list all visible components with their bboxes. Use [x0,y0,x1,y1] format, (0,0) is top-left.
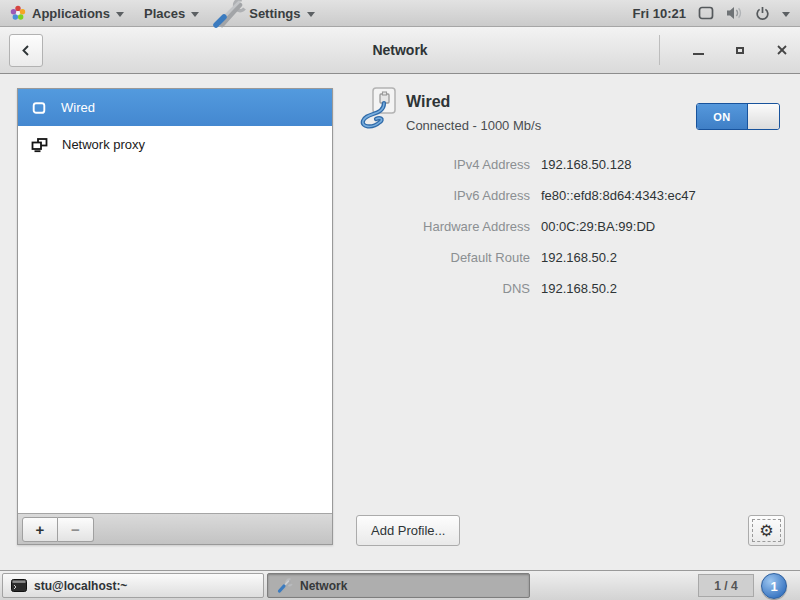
sidebar-toolbar: + − [18,513,332,544]
detail-value: 192.168.50.2 [541,242,696,273]
detail-label: Hardware Address [380,211,530,242]
notification-badge[interactable]: 1 [761,573,787,599]
detail-value: 192.168.50.2 [541,273,696,304]
system-status-area: Fri 10:21 [633,6,800,21]
chevron-down-icon [307,12,315,17]
maximize-icon [736,47,744,54]
device-detail-pane: Wired Connected - 1000 Mb/s ON IPv4 Addr… [350,74,800,570]
remove-connection-button[interactable]: − [58,517,94,542]
workspace-pager[interactable]: 1 / 4 [698,574,754,597]
settings-menu-label: Settings [249,6,300,21]
screen-icon[interactable] [698,6,714,20]
applications-pinwheel-icon [10,5,26,21]
detail-value: 192.168.50.128 [541,149,696,180]
detail-value: 00:0C:29:BA:99:DD [541,211,696,242]
sidebar-item-label: Network proxy [62,137,145,152]
device-name: Wired [406,93,450,111]
minimize-icon [693,53,704,55]
close-icon [776,44,788,56]
clock[interactable]: Fri 10:21 [633,6,686,21]
device-sidebar: Wired Network proxy + − [17,88,333,545]
terminal-icon [11,579,27,592]
taskbar-window-network[interactable]: Network [267,573,530,598]
gear-icon: ⚙ [752,519,781,542]
taskbar-window-label: stu@localhost:~ [34,579,127,593]
device-list: Wired Network proxy [18,89,332,513]
sidebar-item-network-proxy[interactable]: Network proxy [18,126,332,163]
connection-details: IPv4 Address 192.168.50.128 IPv6 Address… [380,149,696,304]
maximize-button[interactable] [732,42,748,58]
wired-network-icon [31,100,47,116]
sidebar-item-label: Wired [61,100,95,115]
places-menu[interactable]: Places [134,0,209,26]
desktop: Applications Places Settings Fri 10:21 [0,0,800,600]
controls-divider [659,35,660,65]
taskbar-window-label: Network [300,579,347,593]
detail-label: IPv6 Address [380,180,530,211]
chevron-down-icon[interactable] [782,12,790,17]
settings-menu[interactable]: Settings [209,0,324,26]
add-profile-button[interactable]: Add Profile... [356,515,460,546]
network-on-off-toggle[interactable]: ON [696,103,780,130]
toggle-handle[interactable] [747,104,779,129]
crossed-tools-icon [211,0,249,31]
detail-label: IPv4 Address [380,149,530,180]
window-list-taskbar: stu@localhost:~ Network 1 / 4 1 [0,570,800,600]
window-titlebar: Network [0,27,800,74]
window-controls [659,27,790,73]
detail-label: Default Route [380,242,530,273]
ethernet-cable-icon [356,86,402,138]
chevron-down-icon [116,12,124,17]
applications-menu[interactable]: Applications [0,0,134,26]
power-icon[interactable] [755,6,770,21]
taskbar-window-terminal[interactable]: stu@localhost:~ [2,573,264,598]
chevron-down-icon [191,12,199,17]
crossed-tools-icon [276,578,293,594]
top-panel: Applications Places Settings Fri 10:21 [0,0,800,27]
toggle-on-label: ON [697,104,747,129]
chevron-left-icon [20,44,32,57]
places-menu-label: Places [144,6,185,21]
detail-label: DNS [380,273,530,304]
close-button[interactable] [774,42,790,58]
detail-value: fe80::efd8:8d64:4343:ec47 [541,180,696,211]
add-connection-button[interactable]: + [22,517,58,542]
sidebar-item-wired[interactable]: Wired [18,89,332,126]
back-button[interactable] [9,34,43,67]
minimize-button[interactable] [690,42,706,58]
volume-icon[interactable] [726,6,743,20]
device-status: Connected - 1000 Mb/s [406,118,541,133]
network-panel: Wired Network proxy + − [0,74,800,570]
applications-menu-label: Applications [32,6,110,21]
network-proxy-icon [31,137,48,153]
options-button[interactable]: ⚙ [748,515,785,546]
